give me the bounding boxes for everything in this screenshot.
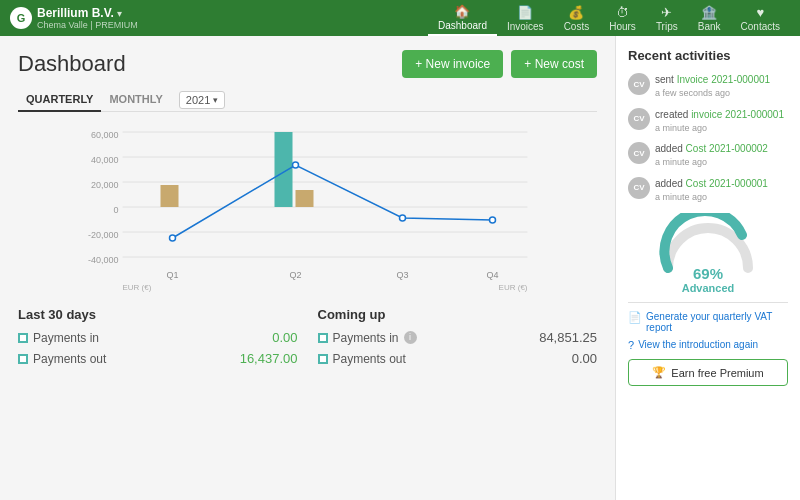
nav-item-bank[interactable]: 🏦 Bank	[688, 0, 731, 36]
gauge-sublabel: Advanced	[682, 282, 735, 294]
year-dropdown[interactable]: 2021 ▾	[179, 91, 225, 109]
brand[interactable]: G Berillium B.V. ▾ Chema Valle | PREMIUM	[10, 6, 138, 30]
svg-point-18	[490, 217, 496, 223]
brand-name: Berillium B.V.	[37, 6, 114, 20]
activity-item-3: CV added Cost 2021-000001 a minute ago	[628, 177, 788, 204]
nav-item-hours[interactable]: ⏱ Hours	[599, 0, 646, 36]
svg-rect-12	[161, 185, 179, 207]
invoices-icon: 📄	[517, 5, 533, 20]
comingup-payments-in-dot	[318, 333, 328, 343]
info-icon[interactable]: i	[404, 331, 417, 344]
last30-title: Last 30 days	[18, 307, 298, 322]
tab-monthly[interactable]: MONTHLY	[101, 88, 170, 112]
svg-rect-14	[296, 190, 314, 207]
svg-text:0: 0	[113, 205, 118, 215]
nav-label-trips: Trips	[656, 21, 678, 32]
new-invoice-button[interactable]: + New invoice	[402, 50, 503, 78]
payments-in-value: 0.00	[272, 330, 297, 345]
comingup-section: Coming up Payments in i 84,851.25 Paymen…	[318, 307, 598, 372]
svg-text:-40,000: -40,000	[88, 255, 119, 265]
comingup-payments-out-value: 0.00	[572, 351, 597, 366]
nav-items: 🏠 Dashboard 📄 Invoices 💰 Costs ⏱ Hours ✈…	[428, 0, 790, 36]
avatar-3: CV	[628, 177, 650, 199]
trophy-icon: 🏆	[652, 366, 666, 379]
nav-item-invoices[interactable]: 📄 Invoices	[497, 0, 554, 36]
activity-item-1: CV created invoice 2021-000001 a minute …	[628, 108, 788, 135]
vat-report-text: Generate your quarterly VAT report	[646, 311, 788, 333]
costs-icon: 💰	[568, 5, 584, 20]
nav-item-costs[interactable]: 💰 Costs	[554, 0, 600, 36]
new-cost-button[interactable]: + New cost	[511, 50, 597, 78]
action-link-0[interactable]: 📄 Generate your quarterly VAT report	[628, 311, 788, 333]
svg-rect-13	[275, 132, 293, 207]
dashboard-icon: 🏠	[454, 4, 470, 19]
svg-text:Q4: Q4	[486, 270, 498, 280]
svg-text:20,000: 20,000	[91, 180, 119, 190]
tab-quarterly[interactable]: QUARTERLY	[18, 88, 101, 112]
nav-label-costs: Costs	[564, 21, 590, 32]
recent-activities-title: Recent activities	[628, 48, 788, 63]
last30-payments-in-row: Payments in 0.00	[18, 330, 298, 345]
earn-free-premium-button[interactable]: 🏆 Earn free Premium	[628, 359, 788, 386]
brand-dropdown-icon: ▾	[117, 8, 122, 19]
gauge-percent: 69%	[693, 265, 723, 282]
activity-text-2: added Cost 2021-000002 a minute ago	[655, 142, 768, 169]
nav-label-contacts: Contacts	[741, 21, 780, 32]
avatar-1: CV	[628, 108, 650, 130]
brand-info: Berillium B.V. ▾ Chema Valle | PREMIUM	[37, 6, 138, 30]
right-panel: Recent activities CV sent Invoice 2021-0…	[615, 36, 800, 500]
tabs-bar: QUARTERLY MONTHLY 2021 ▾	[18, 88, 597, 112]
payments-in-label: Payments in	[18, 331, 99, 345]
nav-label-bank: Bank	[698, 21, 721, 32]
contacts-icon: ♥	[756, 5, 764, 20]
activity-link-3[interactable]: Cost 2021-000001	[686, 178, 768, 189]
brand-logo-letter: G	[17, 12, 26, 24]
avatar-0: CV	[628, 73, 650, 95]
nav-label-hours: Hours	[609, 21, 636, 32]
earn-button-label: Earn free Premium	[671, 367, 763, 379]
activity-time-1: a minute ago	[655, 122, 784, 135]
payments-in-dot	[18, 333, 28, 343]
nav-item-contacts[interactable]: ♥ Contacts	[731, 0, 790, 36]
hours-icon: ⏱	[616, 5, 629, 20]
comingup-payments-out-label: Payments out	[318, 352, 406, 366]
gauge-container: 69% Advanced	[628, 213, 788, 294]
svg-text:Q1: Q1	[166, 270, 178, 280]
svg-text:Q2: Q2	[289, 270, 301, 280]
svg-text:60,000: 60,000	[91, 130, 119, 140]
activity-link-1[interactable]: invoice 2021-000001	[691, 109, 784, 120]
intro-text: View the introduction again	[638, 339, 758, 350]
svg-text:Q3: Q3	[396, 270, 408, 280]
bank-icon: 🏦	[701, 5, 717, 20]
comingup-payments-in-value: 84,851.25	[539, 330, 597, 345]
divider	[628, 302, 788, 303]
svg-text:EUR (€): EUR (€)	[499, 283, 528, 292]
comingup-payments-in-label: Payments in i	[318, 331, 417, 345]
comingup-payments-out-row: Payments out 0.00	[318, 351, 598, 366]
activity-text-1: created invoice 2021-000001 a minute ago	[655, 108, 784, 135]
last30-section: Last 30 days Payments in 0.00 Payments o…	[18, 307, 298, 372]
action-link-1[interactable]: ? View the introduction again	[628, 339, 788, 351]
activity-link-2[interactable]: Cost 2021-000002	[686, 143, 768, 154]
chart-container: 60,000 40,000 20,000 0 -20,000 -40,000	[18, 120, 597, 295]
avatar-2: CV	[628, 142, 650, 164]
activity-item-2: CV added Cost 2021-000002 a minute ago	[628, 142, 788, 169]
activity-text-3: added Cost 2021-000001 a minute ago	[655, 177, 768, 204]
nav-item-dashboard[interactable]: 🏠 Dashboard	[428, 0, 497, 36]
payments-out-dot	[18, 354, 28, 364]
page-header: Dashboard + New invoice + New cost	[18, 50, 597, 78]
payments-out-label: Payments out	[18, 352, 106, 366]
nav-label-dashboard: Dashboard	[438, 20, 487, 31]
activity-item-0: CV sent Invoice 2021-000001 a few second…	[628, 73, 788, 100]
activity-time-3: a minute ago	[655, 191, 768, 204]
year-chevron-icon: ▾	[213, 95, 218, 105]
payments-out-value: 16,437.00	[240, 351, 298, 366]
activity-time-2: a minute ago	[655, 156, 768, 169]
bar-line-chart: 60,000 40,000 20,000 0 -20,000 -40,000	[18, 120, 597, 295]
svg-text:EUR (€): EUR (€)	[123, 283, 152, 292]
last30-payments-out-row: Payments out 16,437.00	[18, 351, 298, 366]
nav-item-trips[interactable]: ✈ Trips	[646, 0, 688, 36]
page-title: Dashboard	[18, 51, 126, 77]
activity-link-0[interactable]: Invoice 2021-000001	[677, 74, 770, 85]
comingup-title: Coming up	[318, 307, 598, 322]
